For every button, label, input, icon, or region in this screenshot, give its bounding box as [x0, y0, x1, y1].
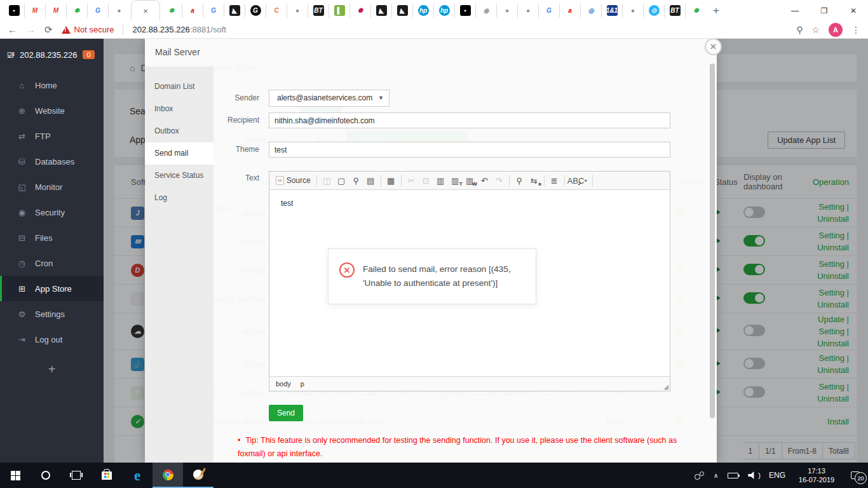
browser-tab[interactable]: ⊙	[644, 4, 665, 18]
minimize-button[interactable]: —	[780, 0, 810, 21]
browser-tab[interactable]: BT	[665, 4, 686, 18]
sidebar-item[interactable]: ◱ Monitor	[0, 174, 104, 200]
path-item[interactable]: body	[276, 380, 291, 388]
toolbar-icon[interactable]: ◫	[320, 176, 334, 186]
sidebar-item[interactable]: ◷ Cron	[0, 250, 104, 276]
browser-tab[interactable]: M	[46, 4, 67, 18]
modal-menu-item[interactable]: Domain List	[145, 76, 214, 98]
browser-tab[interactable]: ▌	[329, 4, 350, 18]
toolbar-icon[interactable]: ABC✓	[567, 176, 582, 186]
browser-tab[interactable]: ●	[518, 4, 539, 18]
maximize-button[interactable]: ❐	[810, 0, 839, 21]
start-button[interactable]	[0, 463, 31, 488]
sidebar-item[interactable]: ⇥ Log out	[0, 327, 104, 352]
browser-tab[interactable]: C	[266, 4, 287, 18]
toolbar-icon[interactable]	[544, 175, 545, 186]
browser-tab[interactable]: ●	[109, 4, 130, 18]
toolbar-icon[interactable]: ≣	[547, 176, 562, 186]
toolbar-icon[interactable]: ⊡	[419, 176, 433, 186]
browser-tab[interactable]: ◉	[476, 4, 497, 18]
sidebar-item[interactable]: ◉ Security	[0, 200, 104, 225]
bookmark-star-icon[interactable]: ☆	[811, 25, 820, 35]
source-button[interactable]: ‹› Source	[273, 176, 314, 185]
toolbar-icon[interactable]: ▢	[334, 176, 349, 186]
browser-tab[interactable]: ◎	[581, 4, 602, 18]
url-text[interactable]: 202.88.235.226:8881/soft	[132, 25, 226, 34]
modal-menu-item[interactable]: Log	[145, 187, 214, 209]
browser-tab[interactable]: hp	[413, 4, 434, 18]
modal-menu-item[interactable]: Outbox	[145, 120, 214, 142]
paint-button[interactable]	[183, 463, 214, 488]
browser-tab[interactable]: G	[539, 4, 560, 18]
browser-tab[interactable]: ◣	[371, 4, 392, 18]
active-tab[interactable]: ×	[131, 0, 160, 21]
profile-avatar[interactable]: A	[829, 23, 843, 37]
cortana-button[interactable]	[31, 463, 61, 488]
battery-icon[interactable]	[728, 473, 738, 478]
toolbar-icon[interactable]: ▤	[363, 176, 378, 186]
toolbar-icon[interactable]: ▦	[384, 176, 398, 186]
sidebar-item[interactable]: ⌂ Home	[0, 72, 104, 98]
toolbar-icon[interactable]: ⚲	[512, 176, 527, 186]
modal-menu-item[interactable]: Inbox	[145, 98, 214, 120]
browser-tab[interactable]: ●	[497, 4, 518, 18]
browser-tab[interactable]: ◣	[224, 4, 245, 18]
modal-close-icon[interactable]: ✕	[705, 38, 722, 55]
sidebar-item[interactable]: ⇄ FTP	[0, 123, 104, 149]
browser-tab[interactable]: ◣	[392, 4, 413, 18]
browser-tab[interactable]: BT	[308, 4, 329, 18]
modal-scrollbar[interactable]	[710, 64, 715, 418]
forward-icon[interactable]: →	[26, 24, 36, 35]
browser-menu-icon[interactable]: ⋮	[851, 25, 860, 35]
sidebar-item[interactable]: ⊟ Files	[0, 225, 104, 250]
add-server-button[interactable]: +	[0, 362, 104, 377]
people-icon[interactable]	[695, 471, 704, 480]
chrome-button[interactable]	[153, 463, 183, 488]
browser-tab[interactable]: ❃	[67, 4, 88, 18]
browser-tab[interactable]: ▪	[4, 4, 25, 18]
toolbar-icon[interactable]: ↶	[477, 176, 492, 186]
theme-input[interactable]	[269, 142, 670, 158]
store-button[interactable]	[92, 463, 122, 488]
sidebar-item[interactable]: ⊞ App Store	[0, 276, 104, 301]
browser-tab[interactable]: G	[245, 4, 266, 18]
clock[interactable]: 17:1316-07-2019	[795, 466, 838, 484]
editor-content[interactable]: test ✕ Failed to send mail, error reason…	[269, 190, 670, 376]
browser-tab[interactable]: ❃	[161, 4, 182, 18]
tab-close-icon[interactable]: ×	[143, 6, 148, 16]
not-secure-indicator[interactable]: Not secure	[62, 25, 114, 34]
tray-chevron-icon[interactable]: ∧	[714, 472, 718, 479]
server-header[interactable]: 🖳 202.88.235.226 0	[0, 39, 104, 72]
sidebar-item[interactable]: ⚙ Settings	[0, 301, 104, 327]
browser-tab[interactable]: ●	[623, 4, 644, 18]
toolbar-icon[interactable]: ▥T	[448, 176, 463, 186]
modal-menu-item[interactable]: Service Status	[145, 165, 214, 187]
browser-tab[interactable]: ●	[287, 4, 308, 18]
message-badge[interactable]: 0	[83, 50, 94, 59]
toolbar-icon[interactable]	[509, 175, 510, 186]
sidebar-item[interactable]: ⛁ Databases	[0, 149, 104, 174]
browser-tab[interactable]: hp	[434, 4, 455, 18]
toolbar-icon[interactable]: ⚲	[349, 176, 363, 186]
language-indicator[interactable]: ENG	[769, 471, 785, 480]
edge-button[interactable]: e	[122, 463, 153, 488]
new-tab-button[interactable]: +	[713, 4, 719, 17]
toolbar-icon[interactable]	[564, 175, 565, 186]
sender-select[interactable]: alerts@asianetservices.com ▼	[269, 90, 390, 107]
path-item[interactable]: p	[301, 380, 304, 388]
send-button[interactable]: Send	[269, 405, 303, 421]
browser-tab[interactable]: M	[25, 4, 46, 18]
task-view-button[interactable]	[61, 463, 92, 488]
browser-tab[interactable]: G	[88, 4, 109, 18]
browser-tab[interactable]: a	[182, 4, 203, 18]
speaker-icon[interactable]	[748, 471, 756, 479]
toolbar-icon[interactable]: ✂	[404, 176, 419, 186]
toolbar-icon[interactable]	[316, 175, 317, 186]
reload-icon[interactable]: ⟳	[44, 24, 53, 36]
notification-button[interactable]: 20	[848, 468, 863, 482]
browser-tab[interactable]: 1&1	[602, 4, 623, 18]
browser-tab[interactable]: ❃	[686, 4, 707, 18]
toolbar-icon[interactable]	[592, 175, 593, 186]
browser-tab[interactable]: G	[203, 4, 224, 18]
toolbar-icon[interactable]	[381, 175, 381, 186]
